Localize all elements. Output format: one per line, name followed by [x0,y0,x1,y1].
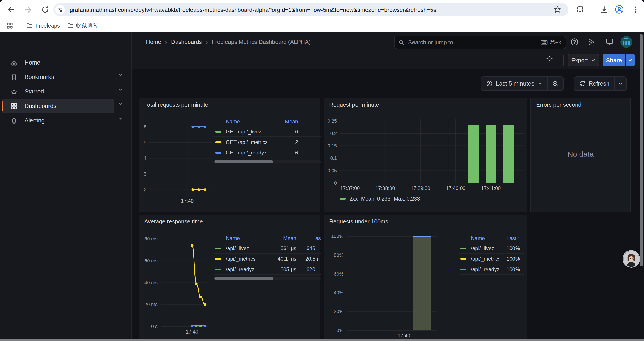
svg-text:100%: 100% [331,233,344,239]
legend-table: Name Mean GET /api/_livez 6 GET /api/_me… [214,117,321,163]
clock-icon [486,80,493,87]
refresh-button[interactable]: Refresh [574,77,614,90]
site-settings-icon[interactable] [55,5,65,15]
sidebar-item-home[interactable]: Home [2,55,114,70]
breadcrumb-current: Freeleaps Metrics Dashboard (ALPHA) [212,39,310,45]
extensions-icon[interactable] [576,5,585,14]
sidebar-item-starred[interactable]: Starred [2,84,114,99]
svg-text:0%: 0% [336,327,344,333]
export-button[interactable]: Export [568,54,599,66]
legend-header: Name Mean Las [214,233,321,243]
sidebar-item-dashboards[interactable]: Dashboards [2,99,114,113]
legend-scrollbar[interactable] [214,160,321,163]
legend-row[interactable]: GET /api/_readyz 6 [214,147,321,158]
legend-table: Name Last * /api/_livez 100% /api/_metri… [460,233,524,275]
bookmark-label: Freeleaps [36,23,60,29]
share-button[interactable]: Share [603,54,625,66]
no-data-message: No data [531,150,630,159]
legend-row[interactable]: /api/_livez 100% [460,243,524,254]
forward-icon[interactable] [24,5,32,14]
breadcrumb-home[interactable]: Home [146,39,161,45]
chevron-down-icon[interactable] [118,101,124,108]
apps-grid-icon[interactable] [6,22,13,29]
legend-row[interactable]: /api/_readyz 605 µs 620 [214,264,321,275]
profile-icon[interactable] [615,5,624,14]
chevron-down-icon[interactable] [118,87,124,94]
user-avatar[interactable] [620,36,632,48]
legend-scrollbar[interactable] [214,277,321,280]
legend-col-name[interactable]: Name [214,235,265,241]
legend-row[interactable]: GET /api/_metrics 2 [214,137,321,147]
sidebar-item-label: Home [24,59,40,66]
chevron-down-icon [618,81,623,86]
legend-header: Name Last * [460,233,524,243]
legend-row[interactable]: GET /api/_livez 6 [214,126,321,137]
series-color-pill [215,247,222,249]
panel-avg-response: Average response time 0 s20 ms40 ms60 ms… [138,215,320,341]
browser-menu-icon[interactable] [631,5,640,14]
sidebar-item-bookmarks[interactable]: Bookmarks [2,70,114,84]
legend-col-name[interactable]: Name [460,235,499,241]
panel-errors-per-second: Errors per second No data [530,98,631,212]
help-icon[interactable] [570,38,579,47]
dashboards-icon [10,103,18,110]
news-rss-icon[interactable] [588,38,597,47]
time-range-picker[interactable]: Last 5 minutes [481,77,547,90]
refresh-interval-caret[interactable] [615,77,627,90]
legend-row[interactable]: /api/_metrics 40.1 ms 20.5 r [214,254,321,264]
legend-col-last[interactable]: Las [296,235,321,241]
back-icon[interactable] [7,5,16,14]
legend-col-mean[interactable]: Mean [265,235,296,241]
assistant-avatar[interactable] [624,251,639,267]
svg-text:40%: 40% [334,290,344,295]
breadcrumb-dashboards[interactable]: Dashboards [171,39,202,45]
svg-text:5: 5 [144,140,146,145]
panel-total-requests: Total requests per minute 2345617:40 Nam… [138,98,320,212]
series-color-pill [340,198,346,200]
kiosk-monitor-icon[interactable] [606,38,614,47]
legend[interactable]: 2xx Mean: 0.233 Max: 0.233 [340,196,420,202]
chevron-down-icon[interactable] [118,72,124,79]
toolbar-divider [590,5,591,14]
svg-text:40 ms: 40 ms [144,280,158,285]
legend-col-name[interactable]: Name [214,118,268,124]
legend-col-mean[interactable]: Mean [268,118,298,124]
folder-icon [26,22,33,29]
bookmark-star-icon[interactable] [553,5,562,14]
svg-text:20%: 20% [334,309,344,314]
downloads-icon[interactable] [600,5,608,14]
legend-row[interactable]: /api/_metrics 100% [460,254,524,264]
reload-icon[interactable] [41,5,50,14]
time-controls: Last 5 minutes [481,76,564,91]
legend-row[interactable]: /api/_readyz 100% [460,264,524,275]
sidebar-item-alerting[interactable]: Alerting [2,113,114,128]
home-icon [10,59,18,66]
panel-under-100ms: Requests under 100ms 0%20%40%60%80%100%1… [324,215,527,341]
screen: grafana.mathmast.com/d/deytv4rwavabkb/fr… [0,0,644,341]
share-caret-button[interactable] [626,54,635,66]
svg-text:0.1: 0.1 [330,155,337,161]
breadcrumb-separator: › [165,38,167,46]
panel-title[interactable]: Errors per second [536,101,582,108]
window-bottom-edge [0,339,644,341]
series-color-pill [215,152,222,153]
search-input[interactable]: Search or jump to... ⌘+k [394,36,566,49]
svg-text:80%: 80% [334,252,344,258]
page-scrollbar[interactable] [640,34,643,266]
series-color-pill [215,258,222,260]
series-color-pill [460,247,466,249]
bookmark-folder-freeleaps[interactable]: Freeleaps [26,22,60,29]
chevron-down-icon[interactable] [118,115,124,122]
legend-header: Name Mean [214,117,321,126]
bookmark-folder-blogs[interactable]: 收藏博客 [67,22,98,30]
svg-text:0.05: 0.05 [328,168,337,173]
address-bar[interactable]: grafana.mathmast.com/d/deytv4rwavabkb/fr… [54,3,568,16]
favorite-star-icon[interactable] [546,55,553,63]
search-placeholder: Search or jump to... [408,39,540,46]
svg-text:0 s: 0 s [151,324,158,329]
series-color-pill [215,141,222,143]
chart-request-per-minute[interactable]: 00.050.10.150.20.2517:37:0017:38:0017:39… [324,98,528,212]
legend-row[interactable]: /api/_livez 661 µs 646 [214,243,321,254]
zoom-out-button[interactable] [548,77,563,90]
legend-col-last[interactable]: Last * [499,235,524,241]
